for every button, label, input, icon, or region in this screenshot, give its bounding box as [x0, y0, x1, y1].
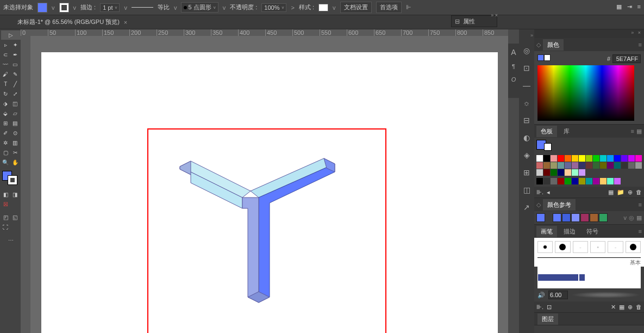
stroke-weight-dropdown[interactable]: 1 pt [100, 3, 120, 12]
brush-def-dropdown[interactable]: 5 点圆形 [181, 2, 218, 13]
arrange-icon[interactable]: ⇥ [627, 3, 632, 10]
width-tool[interactable]: ⬗ [1, 99, 10, 108]
color-wheel-icon[interactable]: ◎ [522, 46, 532, 55]
stroke-color[interactable] [8, 175, 17, 185]
grid-icon[interactable]: ▦ [616, 3, 622, 10]
gradient-mode-icon[interactable]: ◨ [11, 190, 20, 199]
draw-behind-icon[interactable]: ◱ [11, 213, 20, 222]
none-mode-icon[interactable]: ☒ [1, 200, 10, 209]
prefs-button[interactable]: 首选项 [376, 2, 402, 13]
new-group-icon[interactable]: 📁 [617, 189, 624, 196]
color-swatches[interactable] [1, 171, 20, 187]
stroke-swatch[interactable] [59, 3, 69, 13]
swatch-opts-icon[interactable]: ▦ [608, 189, 614, 196]
rect-tool[interactable]: ▭ [11, 60, 20, 69]
sun-icon[interactable]: ☼ [522, 98, 532, 108]
stroke-tab[interactable]: 描边 [559, 226, 580, 237]
magic-wand-tool[interactable]: ✦ [11, 40, 20, 50]
selection-tool[interactable]: ▷ [1, 30, 21, 40]
hand-tool[interactable]: ✋ [11, 158, 20, 167]
properties-flyout[interactable]: ⊟ 属性 » × [451, 15, 497, 27]
doc-setup-button[interactable]: 文档设置 [340, 2, 372, 13]
graph-tool[interactable]: ▥ [11, 138, 20, 147]
libraries-tab[interactable]: 库 [559, 126, 574, 137]
canvas[interactable] [30, 36, 508, 333]
draw-normal-icon[interactable]: ◰ [1, 213, 10, 222]
recolor-icon[interactable]: ◎ [629, 214, 634, 221]
swatch-kind-icon[interactable]: ◂ [547, 189, 550, 196]
perspective-tool[interactable]: ▱ [11, 109, 20, 118]
color-guide-tab[interactable]: 颜色参考 [543, 199, 576, 211]
layers-icon[interactable]: ◈ [522, 150, 532, 160]
swatch-grid-icon[interactable]: ▦ [636, 128, 642, 135]
zoom-tool[interactable]: 🔍 [1, 158, 10, 167]
menu-icon[interactable]: ≡ [637, 3, 641, 10]
symbol-spray-tool[interactable]: ✲ [1, 138, 10, 147]
eyedropper-tool[interactable]: ✐ [1, 128, 10, 138]
blend-tool[interactable]: ⊙ [11, 128, 20, 138]
symbols-tab[interactable]: 符号 [582, 226, 603, 237]
swatch-lib-icon[interactable]: ⊪. [536, 189, 543, 196]
pen-tool[interactable]: ✒ [11, 50, 20, 59]
direct-select-tool[interactable]: ▹ [1, 40, 10, 50]
lasso-tool[interactable]: ⊂ [1, 50, 10, 59]
close-tab-icon[interactable]: × [124, 19, 127, 26]
pathfinder-icon[interactable]: ◫ [522, 185, 532, 195]
align-panel-icon[interactable]: ⊞ [522, 168, 532, 177]
slice-tool[interactable]: ✂ [11, 148, 20, 157]
pencil-tool[interactable]: ✎ [11, 70, 20, 79]
delete-brush-icon[interactable]: 🗑 [636, 304, 642, 310]
mesh-tool[interactable]: ⊞ [1, 119, 10, 128]
screen-mode-icon[interactable]: ⛶ [1, 223, 10, 232]
swatch-grid-2[interactable] [534, 178, 644, 187]
color-tab[interactable]: 颜色 [543, 39, 564, 51]
file-tab[interactable]: 未标题-1* @ 65.56% (RGB/GPU 预览) × [13, 16, 132, 28]
free-transform-tool[interactable]: ◫ [11, 99, 20, 108]
fill-preview[interactable] [537, 54, 544, 61]
panel-menu-icon[interactable]: ≡ [639, 41, 642, 48]
transform-icon[interactable]: ⊟ [522, 115, 532, 125]
graphic-style-swatch[interactable] [318, 4, 328, 11]
guide-grid-icon[interactable]: ▦ [636, 214, 642, 221]
new-swatch-icon[interactable]: ⊕ [628, 189, 633, 196]
brushes-icon[interactable]: — [522, 81, 532, 90]
brush-preview-row[interactable] [537, 267, 641, 288]
color-mode-icon[interactable]: ◧ [1, 190, 10, 199]
para-panel-icon[interactable]: ¶ [512, 63, 515, 70]
stroke-preview[interactable] [544, 54, 551, 61]
shape-builder-tool[interactable]: ⬙ [1, 109, 10, 118]
harmony-dropdown[interactable]: v [624, 214, 627, 221]
brushes-tab[interactable]: 画笔 [536, 226, 557, 237]
brush-tool[interactable]: 🖌 [1, 70, 10, 79]
gradient-tool[interactable]: ▤ [11, 119, 20, 128]
align-icon[interactable]: ⊩ [406, 4, 411, 11]
line-tool[interactable]: ╱ [11, 79, 20, 89]
layers-tab[interactable]: 图层 [537, 313, 558, 325]
export-icon[interactable]: ↗ [522, 202, 532, 212]
brush-size-input[interactable] [548, 291, 568, 299]
curvature-tool[interactable]: 〰 [1, 60, 10, 69]
appearance-icon[interactable]: ◐ [522, 133, 532, 143]
edit-toolbar-icon[interactable]: ⋯ [1, 236, 21, 245]
color-spectrum[interactable] [537, 65, 634, 121]
active-stroke-swatch[interactable] [544, 143, 552, 151]
brush-thumbnails[interactable]: - • - [534, 238, 644, 256]
artboard-tool[interactable]: ▢ [1, 148, 10, 157]
opacity-field[interactable]: 100% [261, 3, 286, 12]
base-color-swatch[interactable] [536, 213, 545, 222]
opentype-icon[interactable]: O [511, 76, 516, 83]
hex-input[interactable] [612, 54, 641, 63]
brush-opt-icon[interactable]: ⊡ [547, 304, 552, 311]
swatches-tab[interactable]: 色板 [536, 126, 557, 137]
brush-lib-icon[interactable]: ⊪. [536, 304, 543, 311]
swatch-grid[interactable] [534, 153, 644, 178]
char-panel-icon[interactable]: A [511, 48, 516, 57]
asset-icon[interactable]: ⊡ [522, 63, 532, 73]
scale-tool[interactable]: ⤢ [11, 89, 20, 98]
fill-swatch[interactable] [37, 3, 47, 13]
text-tool[interactable]: T [1, 79, 10, 89]
swatches-panel: 色板 库 ≡ ▦ ⊪. ◂ ▦ 📁 ⊕ 🗑 [534, 125, 644, 198]
swatch-list-icon[interactable]: ≡ [631, 128, 634, 134]
delete-swatch-icon[interactable]: 🗑 [636, 189, 642, 195]
rotate-tool[interactable]: ↻ [1, 89, 10, 98]
